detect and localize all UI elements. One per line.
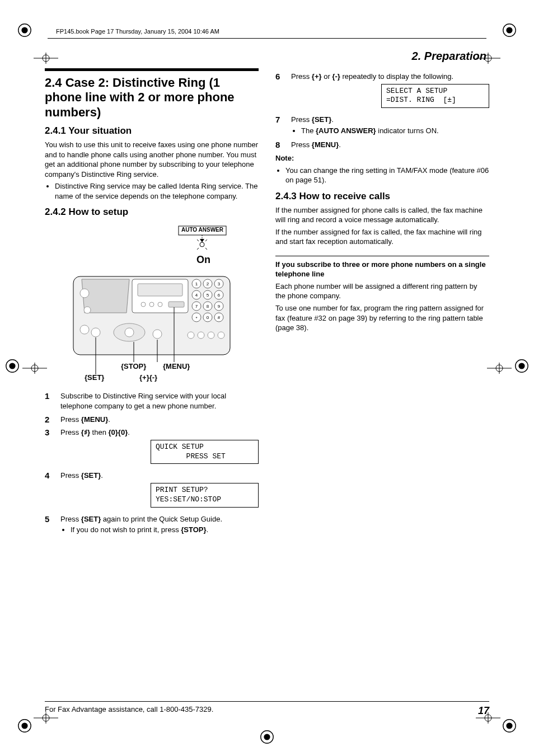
svg-text:6: 6 xyxy=(218,293,221,298)
registration-mark-icon xyxy=(17,22,32,38)
bullet-item: You can change the ring setting in TAM/F… xyxy=(285,166,489,185)
note-bullets: You can change the ring setting in TAM/F… xyxy=(285,166,489,185)
page-number: 17 xyxy=(478,705,489,717)
svg-point-71 xyxy=(80,289,89,298)
header-rule xyxy=(48,38,486,39)
svg-point-77 xyxy=(153,330,162,339)
svg-text:4: 4 xyxy=(195,293,198,298)
svg-point-9 xyxy=(9,363,15,369)
svg-line-38 xyxy=(197,248,199,250)
svg-line-39 xyxy=(205,248,207,250)
svg-text:1: 1 xyxy=(195,281,198,287)
svg-point-3 xyxy=(506,27,512,33)
step-1: 1 Subscribe to Distinctive Ring service … xyxy=(45,391,259,411)
step-number: 3 xyxy=(45,428,54,467)
bullet-item: The {AUTO ANSWER} indicator turns ON. xyxy=(301,126,489,136)
step-7: 7 Press {SET}. The {AUTO ANSWER} indicat… xyxy=(275,115,489,137)
crop-cross-icon xyxy=(487,363,512,374)
svg-rect-46 xyxy=(168,302,184,307)
device-diagram: 1 2 3 4 5 6 7 8 9 * 0 # xyxy=(68,223,236,386)
crop-cross-icon xyxy=(476,53,500,64)
svg-text:3: 3 xyxy=(218,281,221,287)
step-text: Press {SET} again to print the Quick Set… xyxy=(60,514,259,536)
bullet-item: If you do not wish to print it, press {S… xyxy=(71,525,259,535)
svg-point-74 xyxy=(91,328,100,337)
svg-rect-42 xyxy=(138,284,182,296)
step-3: 3 Press {♯} then {0}{0}. QUICK SETUP PRE… xyxy=(45,428,259,467)
divider-rule xyxy=(275,256,489,256)
footer-text: For Fax Advantage assistance, call 1-800… xyxy=(45,705,213,717)
step-text: Subscribe to Distinctive Ring service wi… xyxy=(60,391,259,411)
section-2-4-1-title: 2.4.1 Your situation xyxy=(45,125,259,137)
registration-mark-icon xyxy=(502,718,517,734)
step-4: 4 Press {SET}. PRINT SETUP? YES:SET/NO:S… xyxy=(45,471,259,510)
registration-mark-icon xyxy=(259,729,275,745)
section-2-4-3-p2: If the number assigned for fax is called… xyxy=(275,227,489,247)
svg-text:*: * xyxy=(195,316,197,321)
left-column: 2.4 Case 2: Distinctive Ring (1 phone li… xyxy=(45,68,259,539)
step-text: Press {+} or {-} repeatedly to display t… xyxy=(291,72,489,111)
svg-text:2: 2 xyxy=(207,281,209,287)
step-6: 6 Press {+} or {-} repeatedly to display… xyxy=(275,72,489,111)
svg-line-36 xyxy=(197,240,199,241)
registration-mark-icon xyxy=(502,22,517,38)
step-text: Press {♯} then {0}{0}. QUICK SETUP PRESS… xyxy=(60,428,259,467)
svg-point-73 xyxy=(80,325,89,334)
registration-mark-icon xyxy=(4,358,20,374)
crop-cross-icon xyxy=(34,53,58,64)
svg-text:5: 5 xyxy=(207,293,209,298)
lcd-display: SELECT A SETUP =DIST. RING [±] xyxy=(381,84,489,109)
svg-point-35 xyxy=(200,242,204,247)
section-2-4-3-p1: If the number assigned for phone calls i… xyxy=(275,205,489,225)
page-footer: For Fax Advantage assistance, call 1-800… xyxy=(45,701,489,717)
step-5-bullets: If you do not wish to print it, press {S… xyxy=(71,525,259,535)
step-number: 7 xyxy=(275,115,284,137)
setup-steps: 1 Subscribe to Distinctive Ring service … xyxy=(45,391,259,536)
step-text: Press {SET}. PRINT SETUP? YES:SET/NO:STO… xyxy=(60,471,259,510)
subsection-p1: Each phone number will be assigned a dif… xyxy=(275,281,489,301)
step-number: 5 xyxy=(45,514,54,536)
svg-point-78 xyxy=(188,332,194,339)
lcd-display: QUICK SETUP PRESS SET xyxy=(151,440,259,464)
svg-point-7 xyxy=(506,722,512,729)
svg-point-5 xyxy=(21,722,27,729)
svg-marker-34 xyxy=(200,239,204,242)
svg-point-81 xyxy=(218,332,224,339)
step-2: 2 Press {MENU}. xyxy=(45,415,259,425)
step-number: 2 xyxy=(45,415,54,425)
svg-point-79 xyxy=(198,332,204,339)
page: FP145.book Page 17 Thursday, January 15,… xyxy=(0,0,534,756)
section-2-4-1-bullets: Distinctive Ring service may be called I… xyxy=(55,181,259,201)
subsection-bold: If you subscribe to three or more phone … xyxy=(275,260,489,279)
svg-line-37 xyxy=(205,240,207,241)
stop-key-label: {STOP} xyxy=(121,362,146,370)
registration-mark-icon xyxy=(514,358,530,374)
menu-key-label: {MENU} xyxy=(163,362,190,370)
note-label: Note: xyxy=(275,153,489,163)
step-number: 1 xyxy=(45,391,54,411)
svg-point-76 xyxy=(125,328,134,337)
svg-point-45 xyxy=(158,302,162,307)
svg-point-80 xyxy=(208,332,214,339)
step-8: 8 Press {MENU}. xyxy=(275,140,489,150)
svg-text:0: 0 xyxy=(207,315,209,320)
svg-text:9: 9 xyxy=(218,304,221,309)
svg-point-13 xyxy=(264,734,270,740)
svg-text:#: # xyxy=(218,315,221,320)
step-text: Press {SET}. The {AUTO ANSWER} indicator… xyxy=(291,115,489,137)
svg-point-72 xyxy=(84,307,91,313)
bullet-item: Distinctive Ring service may be called I… xyxy=(55,181,259,201)
section-2-4-title: 2.4 Case 2: Distinctive Ring (1 phone li… xyxy=(45,76,259,120)
on-label: On xyxy=(196,254,210,266)
right-column: 6 Press {+} or {-} repeatedly to display… xyxy=(275,68,489,539)
svg-point-1 xyxy=(21,27,27,33)
svg-point-43 xyxy=(141,302,146,307)
svg-text:7: 7 xyxy=(195,304,198,309)
step-7-bullets: The {AUTO ANSWER} indicator turns ON. xyxy=(301,126,489,136)
svg-point-44 xyxy=(149,302,154,307)
content-columns: 2.4 Case 2: Distinctive Ring (1 phone li… xyxy=(34,68,500,539)
setup-steps-continued: 6 Press {+} or {-} repeatedly to display… xyxy=(275,72,489,150)
step-number: 4 xyxy=(45,471,54,510)
step-number: 6 xyxy=(275,72,284,111)
plusminus-key-label: {+}{-} xyxy=(139,373,157,382)
